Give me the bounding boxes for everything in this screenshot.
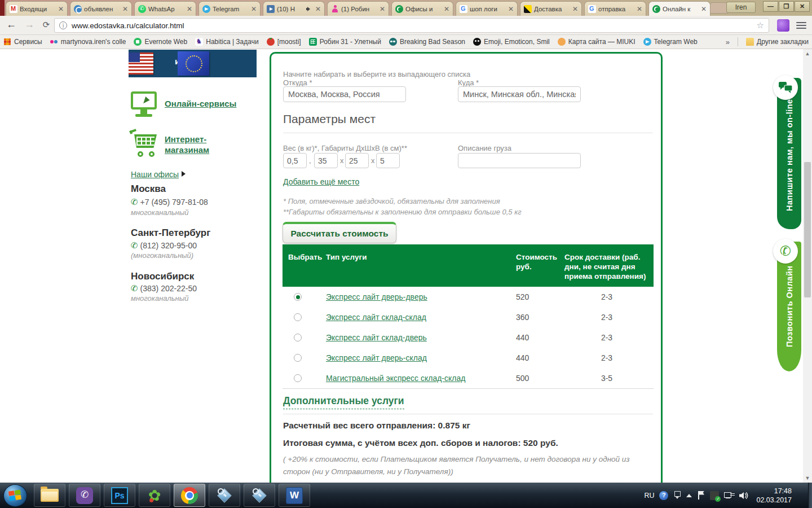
sidebar-link-internet-shops[interactable]: Интернет-магазинам xyxy=(165,134,232,155)
tab-close-icon[interactable]: ✕ xyxy=(57,5,65,13)
divider xyxy=(738,37,738,46)
bookmark-miuki[interactable]: Карта сайта — MIUKI xyxy=(558,38,636,46)
phone-icon[interactable]: ✆ xyxy=(773,239,798,264)
tab-close-icon[interactable]: ✕ xyxy=(378,5,386,13)
tab-offices[interactable]: Офисы и ✕ xyxy=(391,1,453,16)
bookmark-robin[interactable]: Робин 31 - Улетный xyxy=(309,38,381,46)
antivirus-icon[interactable] xyxy=(710,491,719,500)
show-hidden-icons[interactable] xyxy=(686,494,692,497)
volume-icon[interactable] xyxy=(739,491,749,500)
scroll-down-arrow[interactable]: ▼ xyxy=(803,474,812,483)
tab-video[interactable]: (10) Н ✕ xyxy=(263,1,325,16)
whatsapp-icon xyxy=(138,5,146,13)
tab-online-calculator[interactable]: Онлайн к ✕ xyxy=(648,1,710,16)
cargo-input[interactable] xyxy=(458,153,581,168)
show-desktop-button[interactable] xyxy=(808,483,812,508)
tab-search-2[interactable]: отправка ✕ xyxy=(584,1,646,16)
language-indicator[interactable]: RU xyxy=(644,492,654,500)
bookmarks-overflow-icon[interactable]: » xyxy=(726,38,730,46)
from-input[interactable] xyxy=(283,86,406,102)
other-bookmarks-button[interactable]: Другие закладки xyxy=(746,38,809,46)
network-icon[interactable] xyxy=(724,491,734,500)
calculate-button[interactable]: Рассчитать стоимость xyxy=(283,222,396,243)
width-input[interactable] xyxy=(345,153,369,168)
restore-button[interactable]: ❐ xyxy=(779,1,794,12)
browser-menu-icon[interactable] xyxy=(796,20,806,29)
reload-button[interactable]: ⟳ xyxy=(39,20,53,30)
back-button[interactable]: ← xyxy=(5,19,18,30)
tab-telegram[interactable]: Telegram ✕ xyxy=(198,1,261,16)
bookmark-breaking-bad[interactable]: Breaking Bad Season xyxy=(389,38,465,46)
service-link[interactable]: Экспресс лайт склад-дверь xyxy=(326,333,427,342)
radio-button[interactable] xyxy=(294,374,302,382)
sidebar-link-online-services[interactable]: Онлайн-сервисы xyxy=(165,99,236,108)
tab-gmail[interactable]: Входящи ✕ xyxy=(6,1,68,16)
page-content: и Онлайн-сервисы Интернет-магазинам Наши… xyxy=(0,49,812,483)
page-info-icon[interactable]: i xyxy=(59,21,67,29)
radio-button[interactable] xyxy=(294,293,302,301)
chat-icon[interactable] xyxy=(773,75,798,100)
weight-input[interactable] xyxy=(283,153,307,168)
tab-close-icon[interactable]: ✕ xyxy=(121,5,129,13)
app-window-icon[interactable] xyxy=(673,491,681,500)
tab-delivery[interactable]: Доставка ✕ xyxy=(520,1,582,16)
taskbar-explorer[interactable] xyxy=(34,484,65,507)
scroll-up-arrow[interactable]: ▲ xyxy=(803,49,812,58)
forward-button[interactable]: → xyxy=(23,19,36,30)
bookmark-emoji[interactable]: Emoji, Emoticon, Smil xyxy=(473,38,550,46)
extension-icon[interactable] xyxy=(777,19,789,32)
flags-banner[interactable]: и xyxy=(129,50,257,77)
tab-close-icon[interactable]: ✕ xyxy=(571,5,579,13)
profile-button[interactable]: Iren xyxy=(726,2,756,13)
tab-close-icon[interactable]: ✕ xyxy=(507,5,515,13)
service-link[interactable]: Экспресс лайт дверь-склад xyxy=(326,353,427,362)
radio-button[interactable] xyxy=(294,334,302,341)
tab-ads[interactable]: объявлен ✕ xyxy=(70,1,132,16)
taskbar-word[interactable]: W xyxy=(279,484,310,507)
tab-close-icon[interactable]: ✕ xyxy=(314,5,322,13)
our-offices-link[interactable]: Наши офисы xyxy=(131,170,179,179)
start-button[interactable] xyxy=(3,484,27,507)
bookmark-telegram-web[interactable]: Telegram Web xyxy=(643,38,698,46)
clock[interactable]: 17:48 02.03.2017 xyxy=(756,487,792,505)
action-center-flag-icon[interactable] xyxy=(697,491,705,500)
close-button[interactable]: ✕ xyxy=(795,1,810,12)
height-input[interactable] xyxy=(376,153,400,168)
tab-close-icon[interactable]: ✕ xyxy=(636,5,643,13)
write-us-banner[interactable]: Напишите нам, мы on-line! xyxy=(777,78,801,229)
additional-services-link[interactable]: Дополнительные услуги xyxy=(283,395,404,409)
service-link[interactable]: Экспресс лайт склад-склад xyxy=(326,313,426,322)
tab-close-icon[interactable]: ✕ xyxy=(443,5,451,13)
tab-search-1[interactable]: шоп логи ✕ xyxy=(456,1,518,16)
taskbar-photoshop[interactable]: Ps xyxy=(104,484,135,507)
tab-whatsapp[interactable]: WhatsAp ✕ xyxy=(134,1,196,16)
tab-close-icon[interactable]: ✕ xyxy=(250,5,258,13)
bookmark-evernote[interactable]: Evernote Web xyxy=(134,38,187,46)
taskbar-dictionary-2[interactable] xyxy=(244,484,275,507)
bookmark-services[interactable]: Сервисы xyxy=(3,38,42,46)
tab-close-icon[interactable]: ✕ xyxy=(700,5,708,13)
taskbar-chrome[interactable] xyxy=(174,484,205,507)
bookmark-star-icon[interactable]: ☆ xyxy=(757,20,764,30)
address-bar[interactable]: i www.edostavka.ru/calculator.html ☆ xyxy=(54,18,769,33)
page-scrollbar[interactable]: ▲ ▼ xyxy=(803,49,812,483)
scrollbar-thumb[interactable] xyxy=(804,162,811,297)
url-text[interactable]: www.edostavka.ru/calculator.html xyxy=(72,21,184,30)
bookmark-habitica[interactable]: Habitica | Задачи xyxy=(195,38,258,46)
service-link[interactable]: Магистральный экспресс склад-склад xyxy=(326,374,465,383)
taskbar-dictionary-1[interactable] xyxy=(209,484,240,507)
service-link[interactable]: Экспресс лайт дверь-дверь xyxy=(326,292,427,301)
tab-close-icon[interactable]: ✕ xyxy=(186,5,193,13)
taskbar-icq[interactable]: ✿ xyxy=(139,484,170,507)
radio-button[interactable] xyxy=(294,354,302,362)
bookmark-collection[interactable]: martynova.iren's colle xyxy=(50,38,126,46)
to-input[interactable] xyxy=(458,86,581,102)
length-input[interactable] xyxy=(314,153,338,168)
tab-robin[interactable]: (1) Робин ✕ xyxy=(327,1,389,16)
taskbar-viber[interactable]: ✆ xyxy=(69,484,100,507)
minimize-button[interactable]: — xyxy=(763,1,778,12)
bookmark-moosti[interactable]: [moosti] xyxy=(267,38,301,46)
help-icon[interactable]: ? xyxy=(659,491,668,500)
radio-button[interactable] xyxy=(294,313,302,321)
add-place-link[interactable]: Добавить ещё место xyxy=(283,177,359,186)
